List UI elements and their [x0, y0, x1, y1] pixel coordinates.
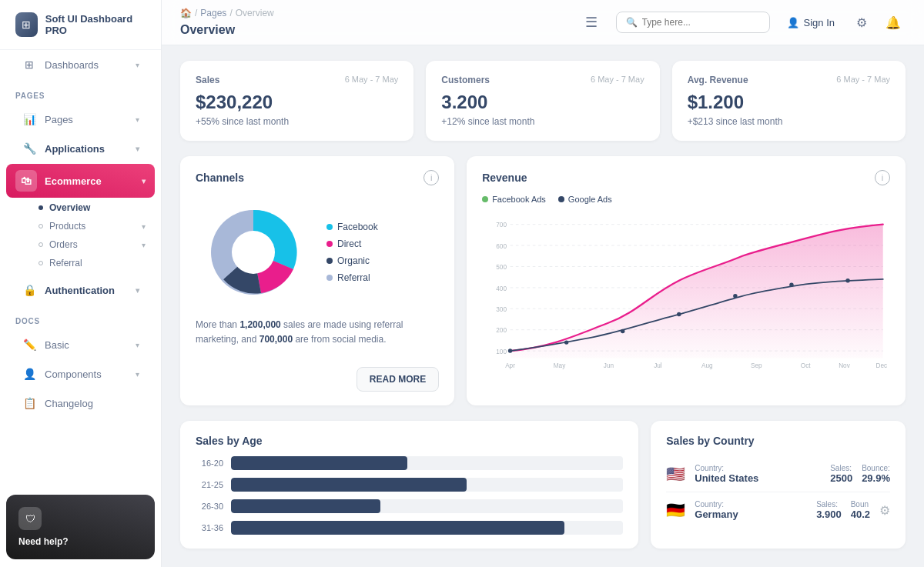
us-bounce: Bounce: 29.9% [862, 464, 890, 484]
stat-value-revenue: $1.200 [688, 92, 890, 113]
svg-text:200: 200 [496, 327, 507, 334]
stat-card-customers: Customers 6 May - 7 May 3.200 +12% since… [426, 61, 659, 141]
sign-in-label: Sign In [804, 17, 835, 28]
dot-empty-icon [38, 224, 43, 228]
stat-change-text: since last month [465, 116, 534, 127]
us-sales-meta: Sales: [830, 464, 852, 472]
de-country-meta: Country: [695, 500, 807, 509]
bar-row-26-30: 26-30 [196, 499, 623, 513]
channels-info-button[interactable]: i [424, 170, 439, 185]
header-right: 🔍 👤 Sign In ⚙ 🔔 [616, 11, 906, 35]
bell-icon[interactable]: 🔔 [881, 11, 906, 35]
search-box[interactable]: 🔍 [616, 12, 770, 33]
stat-change-pct: +$213 [688, 116, 714, 127]
sidebar-bottom: 🛡 Need help? [0, 487, 161, 567]
direct-dot [326, 241, 333, 247]
stat-change-text: since last month [219, 116, 289, 127]
channels-description: More than 1,200,000 sales are made using… [196, 318, 439, 347]
bar-label-21-25: 21-25 [196, 480, 223, 489]
sidebar-item-components[interactable]: 👤 Components ▾ [6, 360, 155, 388]
svg-text:Nov: Nov [839, 362, 851, 369]
svg-text:Jul: Jul [654, 362, 662, 369]
chevron-icon-ecommerce: ▾ [142, 177, 146, 185]
components-icon: 👤 [22, 366, 37, 382]
country-table: 🇺🇸 Country: United States Sales: 2500 Bo… [666, 456, 890, 528]
sidebar-item-orders[interactable]: Orders ▾ [0, 235, 161, 254]
sidebar-item-basic[interactable]: ✏️ Basic ▾ [6, 331, 155, 359]
settings-icon[interactable]: ⚙ [852, 11, 872, 35]
svg-text:Oct: Oct [801, 362, 812, 369]
search-input[interactable] [642, 17, 760, 28]
svg-text:Apr: Apr [505, 362, 515, 369]
referral-dot [326, 275, 333, 281]
de-flag: 🇩🇪 [666, 501, 685, 519]
sidebar-logo: ⊞ Soft UI Dashboard PRO [0, 0, 161, 50]
sidebar-label-changelog: Changelog [45, 398, 93, 409]
svg-text:100: 100 [496, 349, 507, 355]
stat-label-revenue: Avg. Revenue [688, 75, 748, 85]
stat-change-text: since last month [713, 116, 782, 127]
breadcrumb-current: Overview [236, 8, 274, 18]
sign-in-button[interactable]: 👤 Sign In [779, 12, 842, 33]
bar-track-16-20 [231, 456, 623, 470]
sidebar-item-changelog[interactable]: 📋 Changelog [6, 389, 155, 417]
upgrade-card[interactable]: 🛡 Need help? [6, 495, 155, 559]
bar-label-31-36: 31-36 [196, 523, 223, 532]
legend-referral: Referral [326, 272, 378, 283]
overview-label: Overview [49, 202, 90, 213]
sidebar-item-overview[interactable]: Overview [0, 198, 161, 217]
google-ads-dot [558, 196, 564, 202]
chevron-icon: ▾ [142, 241, 146, 249]
sidebar-item-ecommerce[interactable]: 🛍 Ecommerce ▾ [6, 164, 155, 198]
country-row-de: 🇩🇪 Country: Germany Sales: 3.900 Boun [666, 492, 890, 528]
breadcrumb-pages[interactable]: Pages [200, 8, 226, 18]
page-title: Overview [180, 23, 235, 37]
home-icon: 🏠 [180, 8, 192, 18]
chevron-icon: ▾ [136, 61, 139, 69]
sales-country-card: Sales by Country 🇺🇸 Country: United Stat… [651, 421, 906, 549]
de-sales-meta: Sales: [816, 500, 842, 509]
de-bounce-meta: Boun [851, 500, 870, 509]
chevron-icon: ▾ [136, 145, 139, 153]
bar-fill-31-36 [231, 521, 564, 535]
basic-icon: ✏️ [22, 337, 37, 352]
bar-fill-26-30 [231, 499, 380, 513]
header: 🏠 / Pages / Overview Overview ☰ 🔍 👤 Sign… [162, 0, 924, 45]
sales-age-title: Sales by Age [196, 435, 623, 447]
read-more-button[interactable]: READ MORE [357, 367, 439, 392]
stat-label-customers: Customers [441, 75, 490, 85]
bar-track-31-36 [231, 521, 623, 535]
pie-chart-container: Facebook Direct Organic [196, 195, 439, 310]
hamburger-button[interactable]: ☰ [579, 11, 604, 34]
stat-card-sales: Sales 6 May - 7 May $230,220 +55% since … [180, 61, 413, 141]
dot-empty-icon [38, 261, 43, 265]
sidebar-item-pages[interactable]: 📊 Pages ▾ [6, 105, 155, 133]
de-bounce: Boun 40.2 [851, 500, 870, 520]
pages-section-label: PAGES [0, 79, 161, 105]
pie-legend: Facebook Direct Organic [326, 222, 378, 283]
sidebar-item-applications[interactable]: 🔧 Applications ▾ [6, 135, 155, 162]
revenue-info-button[interactable]: i [875, 170, 890, 185]
svg-point-21 [789, 282, 793, 286]
sidebar-item-dashboards[interactable]: ⊞ Dashboards ▾ [6, 51, 155, 78]
svg-text:May: May [554, 362, 566, 369]
sidebar-item-authentication[interactable]: 🔒 Authentication ▾ [6, 276, 155, 304]
user-icon: 👤 [787, 17, 799, 28]
ecommerce-submenu: Overview Products ▾ Orders ▾ Referral [0, 198, 161, 275]
sidebar-item-referral[interactable]: Referral [0, 254, 161, 272]
svg-text:300: 300 [496, 306, 507, 313]
sales-country-title: Sales by Country [666, 435, 890, 447]
direct-label: Direct [337, 238, 361, 249]
legend-facebook-ads: Facebook Ads [482, 195, 546, 204]
sidebar-label-applications: Applications [45, 143, 105, 155]
svg-point-17 [564, 340, 568, 344]
bottom-row: Sales by Age 16-20 21-25 [180, 421, 906, 549]
country-row-us: 🇺🇸 Country: United States Sales: 2500 Bo… [666, 456, 890, 492]
sidebar-label-pages: Pages [45, 114, 73, 125]
gear-settings-icon[interactable]: ⚙ [879, 503, 890, 518]
logo-icon: ⊞ [15, 12, 38, 37]
bar-row-16-20: 16-20 [196, 456, 623, 470]
chevron-icon: ▾ [136, 341, 139, 349]
chevron-icon: ▾ [136, 370, 139, 379]
sidebar-item-products[interactable]: Products ▾ [0, 217, 161, 235]
